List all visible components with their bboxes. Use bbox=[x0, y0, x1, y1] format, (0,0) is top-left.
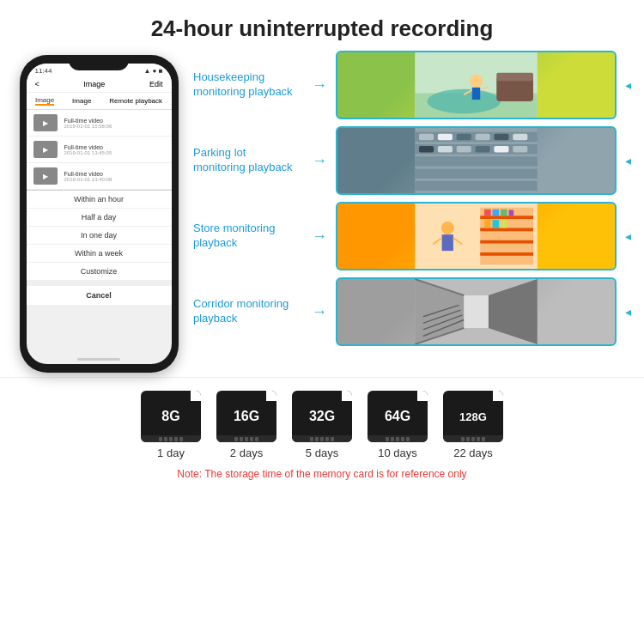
sdcard-128g-label: 128G bbox=[459, 410, 487, 423]
svg-rect-33 bbox=[484, 210, 491, 216]
phone-video-item-2: ▶ Full-time video 2019-01-01 13:45:05 bbox=[27, 137, 172, 163]
phone-video-info-3: Full-time video 2019-01-01 13:40:08 bbox=[64, 171, 112, 182]
sdcard-64g-days: 10 days bbox=[378, 447, 417, 459]
phone-tab-remote[interactable]: Remote playback bbox=[109, 97, 162, 105]
phone-notch bbox=[69, 55, 129, 70]
svg-rect-41 bbox=[442, 234, 453, 251]
svg-rect-38 bbox=[493, 220, 500, 228]
phone-cancel-button[interactable]: Cancel bbox=[27, 281, 172, 305]
phone-video-item-1: ▶ Full-time video 2019-01-01 15:58:06 bbox=[27, 110, 172, 137]
phone-video-thumb-1: ▶ bbox=[33, 114, 58, 131]
phone-tab-image2[interactable]: Image bbox=[72, 97, 91, 105]
svg-rect-13 bbox=[415, 169, 538, 179]
sdcard-128g-days: 22 days bbox=[453, 447, 493, 459]
monitoring-label-1: Housekeepingmonitoring playback bbox=[193, 70, 305, 100]
storage-note: Note: The storage time of the memory car… bbox=[177, 468, 466, 480]
svg-rect-8 bbox=[496, 73, 533, 82]
arrow-icon-3: → bbox=[312, 228, 327, 246]
phone-back-btn[interactable]: < bbox=[35, 80, 39, 88]
corner-arrow-1: ◂ bbox=[625, 78, 631, 92]
phone-dropdown-item-4[interactable]: Within a week bbox=[27, 245, 172, 263]
sdcard-8g: 8G bbox=[141, 391, 201, 442]
sdcard-row: 8G 1 day 16G 2 days 32G bbox=[141, 391, 503, 459]
phone-edit-btn[interactable]: Edit bbox=[149, 80, 163, 88]
svg-rect-18 bbox=[476, 134, 490, 141]
svg-rect-16 bbox=[438, 134, 453, 141]
corner-arrow-2: ◂ bbox=[625, 154, 631, 167]
sdcard-8g-label: 8G bbox=[161, 409, 179, 424]
img-store-placeholder bbox=[337, 204, 615, 269]
svg-rect-17 bbox=[457, 134, 471, 141]
phone-dropdown-item-3[interactable]: In one day bbox=[27, 227, 172, 245]
phone-time: 11:44 bbox=[35, 67, 52, 75]
img-corridor-placeholder bbox=[337, 279, 615, 344]
svg-rect-20 bbox=[513, 134, 527, 141]
page-header: 24-hour uninterrupted recording bbox=[0, 0, 644, 51]
phone-mockup: 11:44 ▲ ● ■ < Image Edit Image Image Rem… bbox=[20, 55, 179, 373]
sdcard-16g-days: 2 days bbox=[230, 447, 263, 459]
svg-rect-31 bbox=[480, 240, 533, 244]
sdcard-32g-label: 32G bbox=[309, 409, 335, 424]
svg-rect-37 bbox=[484, 220, 491, 228]
svg-rect-34 bbox=[493, 210, 500, 216]
phone-icons: ▲ ● ■ bbox=[143, 67, 162, 75]
sdcard-32g: 32G bbox=[292, 391, 352, 442]
phone-tab-image[interactable]: Image bbox=[35, 96, 54, 106]
svg-rect-15 bbox=[419, 134, 434, 141]
monitoring-image-4 bbox=[336, 277, 617, 346]
phone-screen: 11:44 ▲ ● ■ < Image Edit Image Image Rem… bbox=[27, 64, 172, 364]
svg-rect-29 bbox=[480, 216, 533, 219]
phone-dropdown-item-5[interactable]: Customize bbox=[27, 263, 172, 281]
monitoring-label-3: Store monitoringplayback bbox=[193, 222, 305, 251]
sdcard-item-2: 16G 2 days bbox=[216, 391, 276, 459]
phone-dropdown-item-2[interactable]: Half a day bbox=[27, 209, 172, 227]
arrow-icon-2: → bbox=[312, 152, 327, 170]
monitoring-item-4: Corridor monitoringplayback → bbox=[193, 277, 631, 346]
arrow-icon-4: → bbox=[312, 303, 327, 321]
phone-video-thumb-3: ▶ bbox=[33, 167, 58, 185]
monitoring-image-1 bbox=[336, 51, 617, 119]
sdcard-64g: 64G bbox=[368, 391, 428, 442]
monitoring-image-3 bbox=[336, 202, 617, 270]
phone-video-list: ▶ Full-time video 2019-01-01 15:58:06 ▶ … bbox=[27, 110, 172, 190]
svg-rect-35 bbox=[501, 210, 507, 216]
img-parking-placeholder bbox=[337, 128, 615, 193]
phone-container: 11:44 ▲ ● ■ < Image Edit Image Image Rem… bbox=[9, 51, 189, 373]
monitoring-item-3: Store monitoringplayback → bbox=[193, 202, 631, 270]
phone-nav-title: Image bbox=[83, 80, 105, 88]
sdcard-64g-notch bbox=[368, 435, 428, 442]
svg-rect-26 bbox=[513, 146, 527, 153]
svg-point-2 bbox=[428, 89, 501, 114]
svg-rect-39 bbox=[501, 220, 507, 228]
svg-rect-19 bbox=[494, 134, 508, 141]
sdcard-128g-notch bbox=[443, 435, 503, 442]
svg-rect-32 bbox=[480, 252, 533, 256]
sdcard-16g-notch bbox=[216, 435, 276, 442]
main-content: 11:44 ▲ ● ■ < Image Edit Image Image Rem… bbox=[0, 51, 644, 373]
monitoring-item-1: Housekeepingmonitoring playback → bbox=[193, 51, 631, 119]
svg-rect-24 bbox=[476, 146, 490, 153]
sdcard-32g-notch bbox=[292, 435, 352, 442]
img-housekeeping-placeholder bbox=[337, 52, 615, 118]
svg-rect-25 bbox=[494, 146, 508, 153]
svg-rect-30 bbox=[480, 228, 533, 232]
svg-rect-14 bbox=[415, 181, 538, 191]
phone-tabs: Image Image Remote playback bbox=[27, 93, 172, 110]
monitoring-label-4: Corridor monitoringplayback bbox=[193, 297, 305, 326]
svg-rect-4 bbox=[472, 88, 481, 100]
corner-arrow-4: ◂ bbox=[625, 305, 631, 319]
svg-point-40 bbox=[441, 222, 454, 234]
sdcard-item-3: 32G 5 days bbox=[292, 391, 352, 459]
page-title: 24-hour uninterrupted recording bbox=[17, 15, 627, 42]
sdcard-128g: 128G bbox=[443, 391, 503, 442]
monitoring-label-2: Parking lotmonitoring playback bbox=[193, 146, 305, 175]
phone-dropdown-item-1[interactable]: Within an hour bbox=[27, 191, 172, 209]
phone-nav-bar: < Image Edit bbox=[27, 76, 172, 93]
sdcard-item-1: 8G 1 day bbox=[141, 391, 201, 459]
phone-video-info-1: Full-time video 2019-01-01 15:58:06 bbox=[64, 118, 112, 129]
svg-rect-23 bbox=[457, 146, 471, 153]
monitoring-item-2: Parking lotmonitoring playback → bbox=[193, 126, 631, 195]
svg-rect-22 bbox=[438, 146, 453, 153]
sdcard-32g-days: 5 days bbox=[306, 447, 338, 459]
svg-rect-47 bbox=[464, 295, 489, 328]
